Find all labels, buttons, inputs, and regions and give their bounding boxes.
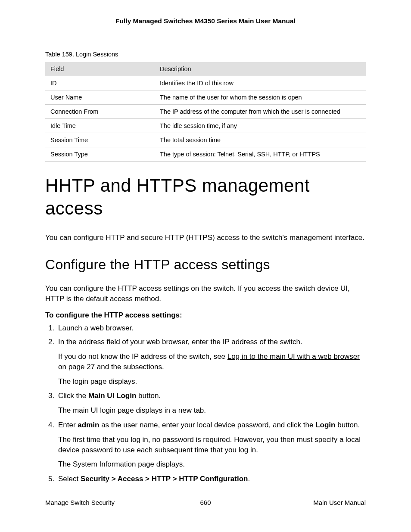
table-row: Connection FromThe IP address of the com… <box>45 105 366 119</box>
text: Click the <box>58 392 88 400</box>
text: as the user name, enter your local devic… <box>99 421 315 429</box>
step-4: Enter admin as the user name, enter your… <box>56 420 366 470</box>
text: If you do not know the IP address of the… <box>58 352 227 361</box>
text: button. <box>335 421 360 429</box>
text: on page 27 and the subsections. <box>58 363 164 371</box>
sub-intro: You can configure the HTTP access settin… <box>45 283 366 304</box>
table-row: Idle TimeThe idle session time, if any <box>45 119 366 133</box>
admin-bold: admin <box>78 421 99 429</box>
table-row: User NameThe name of the user for whom t… <box>45 90 366 105</box>
text: . <box>248 475 250 483</box>
login-bold: Login <box>315 421 335 429</box>
steps-list: Launch a web browser. In the address fie… <box>45 323 366 484</box>
table-caption: Table 159. Login Sessions <box>45 51 366 58</box>
login-sessions-table: Field Description IDIdentifies the ID of… <box>45 62 366 162</box>
intro-paragraph: You can configure HTTP and secure HTTP (… <box>45 233 366 243</box>
cell-field: Idle Time <box>45 119 155 133</box>
footer-page-number: 660 <box>45 499 366 506</box>
col-field: Field <box>45 62 155 76</box>
col-description: Description <box>155 62 366 76</box>
cell-field: User Name <box>45 90 155 105</box>
cell-desc: The total session time <box>155 133 366 147</box>
heading-1: HHTP and HTTPS management access <box>45 174 366 220</box>
text: Select <box>58 475 81 483</box>
text: button. <box>136 392 161 400</box>
steps-title: To configure the HTTP access settings: <box>45 311 366 320</box>
table-row: Session TypeThe type of session: Telnet,… <box>45 147 366 162</box>
step-2-detail-b: The login page displays. <box>58 376 366 387</box>
step-4-detail-a: The first time that you log in, no passw… <box>58 435 366 455</box>
step-2-text: In the address field of your web browser… <box>58 338 302 346</box>
cell-desc: The idle session time, if any <box>155 119 366 133</box>
step-3: Click the Main UI Login button. The main… <box>56 391 366 416</box>
table-row: Session TimeThe total session time <box>45 133 366 147</box>
heading-2: Configure the HTTP access settings <box>45 257 366 273</box>
step-1: Launch a web browser. <box>56 323 366 333</box>
cell-desc: Identifies the ID of this row <box>155 76 366 90</box>
link-login-main-ui[interactable]: Log in to the main UI with a web browser <box>227 352 360 361</box>
nav-path-bold: Security > Access > HTTP > HTTP Configur… <box>81 475 248 483</box>
step-3-detail: The main UI login page displays in a new… <box>58 405 366 416</box>
main-ui-login-bold: Main UI Login <box>88 392 136 400</box>
table-row: IDIdentifies the ID of this row <box>45 76 366 90</box>
cell-desc: The IP address of the computer from whic… <box>155 105 366 119</box>
cell-desc: The type of session: Telnet, Serial, SSH… <box>155 147 366 162</box>
step-5: Select Security > Access > HTTP > HTTP C… <box>56 474 366 484</box>
cell-field: Session Type <box>45 147 155 162</box>
step-2-detail-a: If you do not know the IP address of the… <box>58 352 366 372</box>
cell-field: Connection From <box>45 105 155 119</box>
text: Enter <box>58 421 78 429</box>
cell-field: ID <box>45 76 155 90</box>
step-2: In the address field of your web browser… <box>56 337 366 386</box>
cell-desc: The name of the user for whom the sessio… <box>155 90 366 105</box>
page-header: Fully Managed Switches M4350 Series Main… <box>45 17 366 25</box>
page-footer: Manage Switch Security 660 Main User Man… <box>45 499 366 506</box>
cell-field: Session Time <box>45 133 155 147</box>
step-4-detail-b: The System Information page displays. <box>58 459 366 470</box>
